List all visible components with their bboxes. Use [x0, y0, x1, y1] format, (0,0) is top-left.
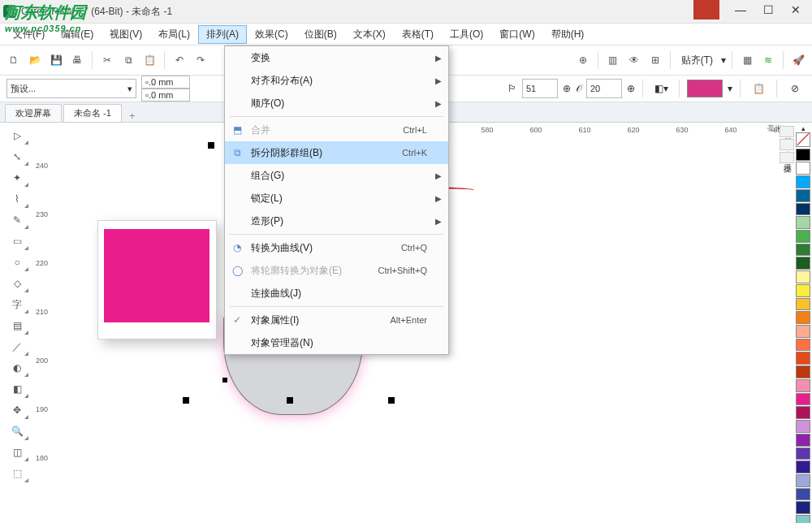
- opt1-icon[interactable]: ▦: [738, 51, 756, 69]
- color-swatch[interactable]: [796, 379, 810, 392]
- tool-4[interactable]: ✎: [5, 210, 29, 230]
- step1-icon[interactable]: ⊕: [563, 83, 571, 94]
- tool-12[interactable]: ◧: [5, 379, 29, 399]
- tool-7[interactable]: ◇: [5, 274, 29, 293]
- color-swatch[interactable]: [796, 149, 810, 162]
- minimize-button[interactable]: —: [728, 0, 754, 19]
- opt2-icon[interactable]: ≋: [759, 51, 777, 69]
- color-swatch[interactable]: [796, 257, 810, 270]
- step2-icon[interactable]: ⊕: [627, 83, 635, 94]
- paste-icon[interactable]: 📋: [140, 51, 158, 69]
- color-swatch[interactable]: [796, 175, 810, 188]
- tool-0[interactable]: ▷: [5, 126, 29, 145]
- color-swatch[interactable]: [796, 406, 810, 419]
- color-swatch[interactable]: [796, 270, 810, 283]
- menu-2[interactable]: 视图(V): [102, 25, 150, 44]
- tool-6[interactable]: ○: [5, 253, 29, 272]
- close-button[interactable]: ✕: [783, 0, 809, 19]
- menu-1[interactable]: 编辑(E): [53, 25, 102, 44]
- menu-8[interactable]: 表格(T): [394, 25, 442, 44]
- color-swatch[interactable]: [796, 393, 810, 406]
- color-swatch[interactable]: [796, 216, 810, 229]
- menu-item[interactable]: 顺序(O)▶: [225, 92, 448, 115]
- val1-input[interactable]: 51: [522, 79, 558, 98]
- target-icon[interactable]: ⊕: [574, 51, 592, 69]
- tool-2[interactable]: ✦: [5, 168, 29, 188]
- menu-11[interactable]: 帮助(H): [543, 25, 593, 44]
- docker-tab[interactable]: 对象属性: [780, 126, 794, 137]
- val2-input[interactable]: 20: [586, 79, 622, 98]
- menu-5[interactable]: 效果(C): [247, 25, 296, 44]
- maximize-button[interactable]: ☐: [755, 0, 781, 19]
- snap-dropdown[interactable]: 贴齐(T): [676, 54, 718, 67]
- flag-icon[interactable]: 🏳: [508, 83, 517, 94]
- fill-swatch[interactable]: [687, 80, 723, 97]
- pink-rectangle-object[interactable]: [104, 229, 209, 322]
- copy-icon[interactable]: ⧉: [119, 51, 137, 69]
- selection-handle[interactable]: [222, 378, 227, 383]
- color-swatch[interactable]: [796, 189, 810, 202]
- menu-item[interactable]: ✓对象属性(I)Alt+Enter: [225, 309, 448, 331]
- selection-handle[interactable]: [183, 397, 189, 404]
- color-swatch[interactable]: [796, 365, 810, 378]
- color-swatch[interactable]: [796, 352, 810, 365]
- selection-handle[interactable]: [388, 397, 395, 404]
- tool-14[interactable]: 🔍: [5, 421, 29, 441]
- color-swatch[interactable]: [796, 284, 810, 297]
- docker-tab[interactable]: 辅助线: [780, 139, 794, 150]
- tool-3[interactable]: ⌇: [5, 189, 29, 209]
- tool-11[interactable]: ◐: [5, 358, 29, 378]
- color-swatch[interactable]: [796, 501, 810, 514]
- menu-item[interactable]: ◔转换为曲线(V)Ctrl+Q: [225, 236, 448, 259]
- new-tab-button[interactable]: +: [123, 110, 141, 122]
- menu-3[interactable]: 布局(L): [150, 25, 198, 44]
- save-icon[interactable]: 💾: [47, 51, 65, 69]
- pos-x-input[interactable]: ▫ .0 mm: [141, 76, 190, 89]
- open-icon[interactable]: 📂: [26, 51, 44, 69]
- menu-6[interactable]: 位图(B): [296, 25, 345, 44]
- undo-icon[interactable]: ↶: [171, 51, 188, 69]
- docker-tab[interactable]: 提示: [780, 152, 794, 163]
- cut-icon[interactable]: ✂: [98, 51, 116, 69]
- tool-8[interactable]: 字: [5, 295, 29, 314]
- color-swatch[interactable]: [796, 474, 810, 487]
- tool-1[interactable]: ⤡: [5, 147, 29, 166]
- color-swatch[interactable]: [796, 298, 810, 311]
- redo-icon[interactable]: ↷: [192, 51, 209, 69]
- tool-15[interactable]: ◫: [5, 443, 29, 462]
- menu-item[interactable]: 对齐和分布(A)▶: [225, 69, 448, 92]
- menu-item[interactable]: 变换▶: [225, 46, 448, 69]
- no-color-swatch[interactable]: [796, 132, 810, 147]
- tool-5[interactable]: ▭: [5, 231, 29, 251]
- menu-0[interactable]: 文件(F): [5, 25, 53, 44]
- menu-item[interactable]: 锁定(L)▶: [225, 187, 448, 210]
- tool-13[interactable]: ✥: [5, 400, 29, 420]
- color-swatch[interactable]: [796, 420, 810, 433]
- tool-16[interactable]: ⬚: [5, 464, 29, 483]
- color-swatch[interactable]: [796, 515, 810, 523]
- color-swatch[interactable]: [796, 325, 810, 338]
- menu-item[interactable]: ⧉拆分阴影群组(B)Ctrl+K: [225, 141, 448, 164]
- color-swatch[interactable]: [796, 244, 810, 257]
- tool-10[interactable]: ／: [5, 337, 29, 357]
- menu-7[interactable]: 文本(X): [345, 25, 394, 44]
- clear-icon[interactable]: ⊘: [784, 79, 806, 98]
- user-icon[interactable]: [693, 0, 719, 19]
- menu-item[interactable]: 对象管理器(N): [225, 331, 448, 354]
- pen-icon[interactable]: 𝒪: [576, 83, 581, 94]
- menu-9[interactable]: 工具(O): [442, 25, 491, 44]
- color-swatch[interactable]: [796, 203, 810, 216]
- menu-10[interactable]: 窗口(W): [491, 25, 542, 44]
- color-swatch[interactable]: [796, 447, 810, 460]
- color-swatch[interactable]: [796, 434, 810, 447]
- print-icon[interactable]: 🖶: [68, 51, 86, 69]
- color-swatch[interactable]: [796, 339, 810, 352]
- color-swatch[interactable]: [796, 488, 810, 501]
- menu-item[interactable]: 连接曲线(J): [225, 282, 448, 305]
- doc-tab[interactable]: 未命名 -1: [63, 104, 122, 122]
- menu-item[interactable]: 造形(P)▶: [225, 210, 448, 232]
- selection-handle[interactable]: [287, 397, 293, 404]
- grid-icon[interactable]: ⊞: [646, 51, 664, 69]
- panel-icon[interactable]: ▥: [604, 51, 622, 69]
- preset-dropdown[interactable]: 预设...▾: [6, 79, 136, 98]
